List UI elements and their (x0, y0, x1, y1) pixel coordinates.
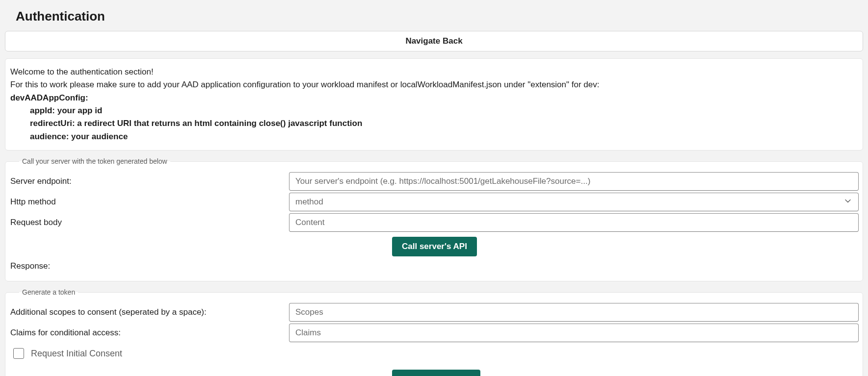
intro-config-head: devAADAppConfig: (8, 92, 860, 104)
scopes-input[interactable] (289, 303, 859, 322)
http-method-label: Http method (9, 197, 284, 207)
server-endpoint-label: Server endpoint: (9, 176, 284, 186)
http-method-select[interactable] (289, 193, 859, 211)
intro-config-audience: audience: your audience (8, 130, 860, 143)
request-body-input[interactable] (289, 213, 859, 232)
call-server-api-button[interactable]: Call server's API (392, 237, 477, 256)
scopes-label: Additional scopes to consent (seperated … (9, 307, 284, 317)
server-call-legend: Call your server with the token generate… (19, 157, 170, 165)
claims-input[interactable] (289, 324, 859, 342)
request-initial-consent-checkbox[interactable] (13, 348, 24, 359)
intro-instructions: For this to work please make sure to add… (8, 78, 860, 91)
intro-config-redirect: redirectUri: a redirect URI that returns… (8, 117, 860, 130)
claims-label: Claims for conditional access: (9, 328, 284, 338)
intro-config-appid: appId: your app id (8, 104, 860, 117)
generate-token-group: Generate a token Additional scopes to co… (5, 288, 863, 376)
response-label: Response: (9, 259, 859, 273)
get-access-token-button[interactable]: Get access token (392, 370, 480, 376)
intro-panel: Welcome to the authentication section! F… (5, 58, 863, 150)
page-title: Authentication (0, 0, 868, 31)
server-endpoint-input[interactable] (289, 172, 859, 191)
request-body-label: Request body (9, 218, 284, 227)
request-initial-consent-label: Request Initial Consent (31, 349, 122, 359)
intro-welcome: Welcome to the authentication section! (8, 66, 860, 78)
generate-token-legend: Generate a token (19, 288, 78, 296)
navigate-back-button[interactable]: Navigate Back (5, 31, 863, 51)
server-call-group: Call your server with the token generate… (5, 157, 863, 281)
